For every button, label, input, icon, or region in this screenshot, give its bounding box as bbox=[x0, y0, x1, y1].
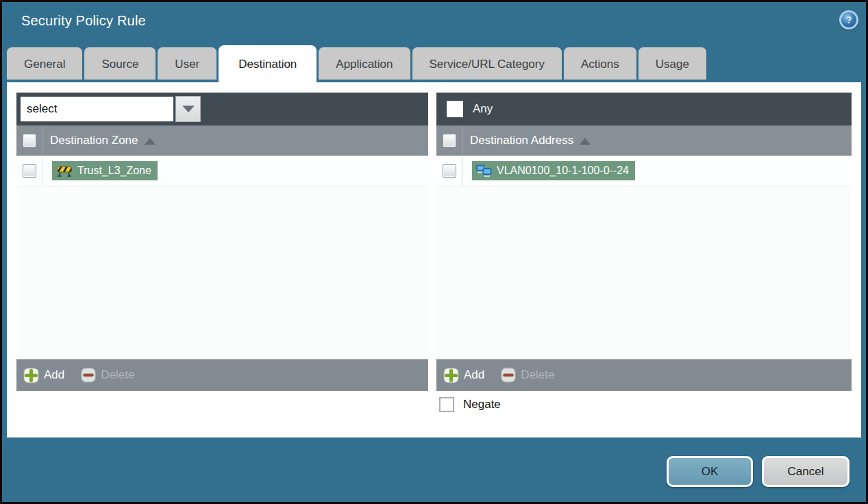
address-delete-button[interactable]: Delete bbox=[501, 368, 554, 383]
ok-button[interactable]: OK bbox=[667, 456, 753, 487]
zone-delete-label: Delete bbox=[101, 368, 134, 382]
security-policy-rule-dialog: Security Policy Rule ? General Source Us… bbox=[0, 0, 868, 504]
tab-usage[interactable]: Usage bbox=[638, 47, 706, 80]
tab-user[interactable]: User bbox=[158, 47, 216, 80]
help-icon[interactable]: ? bbox=[839, 10, 858, 29]
tab-general[interactable]: General bbox=[7, 47, 82, 80]
any-checkbox[interactable] bbox=[447, 101, 463, 117]
address-toolbar: Any bbox=[436, 93, 852, 125]
zone-select-all-checkbox[interactable] bbox=[23, 134, 36, 147]
tab-application[interactable]: Application bbox=[319, 47, 410, 80]
address-add-button[interactable]: Add bbox=[443, 368, 484, 383]
delete-icon bbox=[81, 368, 96, 383]
add-icon bbox=[23, 368, 39, 383]
zone-type-select[interactable]: select bbox=[21, 96, 201, 122]
destination-zone-panel: select Destination Zone bbox=[16, 93, 428, 391]
sort-ascending-icon bbox=[580, 138, 591, 145]
zone-column-header-row: Destination Zone bbox=[16, 125, 428, 156]
address-select-all-checkbox[interactable] bbox=[443, 134, 456, 147]
zone-list: Trust_L3_Zone bbox=[16, 156, 428, 359]
table-row: Trust_L3_Zone bbox=[16, 156, 428, 187]
address-item-chip[interactable]: VLAN0100_10-1-100-0--24 bbox=[472, 161, 635, 180]
address-column-header-label: Destination Address bbox=[470, 134, 573, 147]
dialog-action-buttons: OK Cancel bbox=[667, 456, 850, 487]
address-row-checkbox[interactable] bbox=[443, 164, 456, 178]
negate-checkbox-label: Negate bbox=[463, 398, 501, 411]
cancel-button[interactable]: Cancel bbox=[762, 456, 850, 487]
address-add-label: Add bbox=[464, 368, 484, 382]
address-column-header[interactable]: Destination Address bbox=[470, 125, 591, 156]
negate-checkbox[interactable] bbox=[439, 397, 454, 412]
destination-tab-content: select Destination Zone bbox=[7, 82, 861, 437]
address-column-header-row: Destination Address bbox=[436, 125, 852, 156]
zone-footer-bar: Add Delete bbox=[16, 359, 428, 391]
address-item-label: VLAN0100_10-1-100-0--24 bbox=[497, 165, 629, 177]
zone-add-button[interactable]: Add bbox=[23, 368, 64, 383]
negate-row: Negate bbox=[439, 397, 501, 412]
zone-toolbar: select bbox=[16, 93, 428, 125]
zone-icon bbox=[56, 165, 73, 177]
table-row: VLAN0100_10-1-100-0--24 bbox=[436, 156, 852, 187]
destination-address-panel: Any Destination Address bbox=[436, 93, 852, 391]
add-icon bbox=[443, 368, 459, 383]
tab-source[interactable]: Source bbox=[84, 47, 156, 80]
network-address-icon bbox=[476, 165, 492, 178]
zone-column-header-label: Destination Zone bbox=[50, 134, 138, 147]
page-title: Security Policy Rule bbox=[21, 13, 146, 29]
any-checkbox-label: Any bbox=[473, 102, 493, 116]
zone-item-chip[interactable]: Trust_L3_Zone bbox=[52, 161, 158, 180]
delete-icon bbox=[501, 368, 516, 383]
tab-service-url-category[interactable]: Service/URL Category bbox=[412, 47, 562, 80]
address-delete-label: Delete bbox=[521, 368, 554, 382]
address-footer-bar: Add Delete bbox=[436, 359, 852, 391]
address-list: VLAN0100_10-1-100-0--24 bbox=[436, 156, 852, 359]
chevron-down-icon bbox=[182, 106, 195, 112]
zone-type-select-dropdown-button[interactable] bbox=[175, 96, 201, 122]
sort-ascending-icon bbox=[145, 138, 156, 145]
zone-type-select-value[interactable]: select bbox=[21, 97, 173, 121]
zone-row-checkbox[interactable] bbox=[23, 164, 36, 178]
zone-column-header[interactable]: Destination Zone bbox=[50, 125, 156, 156]
zone-add-label: Add bbox=[44, 368, 64, 382]
zone-item-label: Trust_L3_Zone bbox=[77, 165, 151, 177]
tab-bar: General Source User Destination Applicat… bbox=[7, 45, 706, 82]
help-glyph: ? bbox=[846, 14, 852, 25]
zone-delete-button[interactable]: Delete bbox=[81, 368, 134, 383]
tab-actions[interactable]: Actions bbox=[564, 47, 636, 80]
tab-destination[interactable]: Destination bbox=[219, 45, 317, 82]
